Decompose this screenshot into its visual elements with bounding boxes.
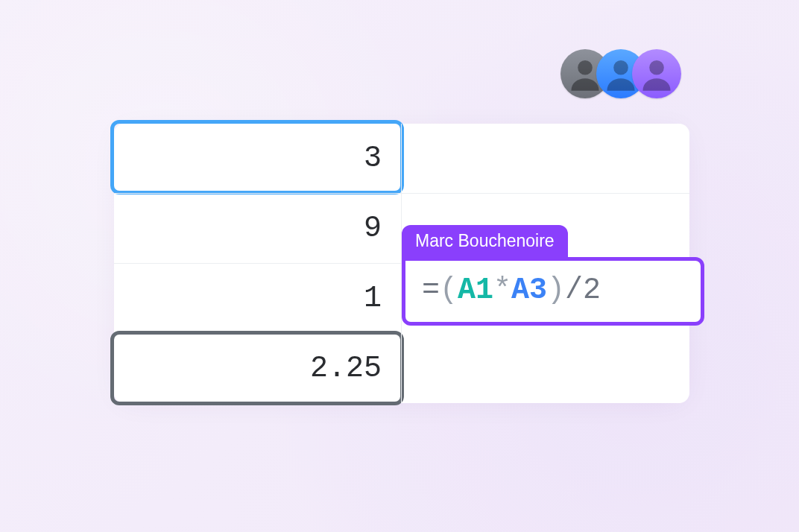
formula-ref-a1: A1 (458, 273, 493, 307)
cell-value: 9 (364, 194, 382, 263)
formula-editor[interactable]: =(A1*A3)/2 (402, 257, 704, 326)
cell-a1[interactable]: 3 (114, 124, 402, 194)
cell-b1[interactable] (402, 124, 689, 194)
svg-point-0 (578, 60, 593, 75)
collaborator-cursor: Marc Bouchenoire =(A1*A3)/2 (402, 225, 704, 326)
presence-stack (560, 49, 681, 98)
collaborator-name-badge: Marc Bouchenoire (402, 225, 568, 258)
svg-point-2 (649, 60, 664, 75)
cell-a3[interactable]: 1 (114, 264, 402, 334)
formula-equals: = (422, 273, 440, 307)
cell-a2[interactable]: 9 (114, 194, 402, 264)
cell-value: 2.25 (310, 333, 382, 403)
avatar-user-3[interactable] (632, 49, 681, 98)
cell-value: 3 (364, 124, 382, 193)
formula-number: 2 (583, 273, 601, 307)
cell-value: 1 (364, 264, 382, 334)
cell-b4[interactable] (402, 333, 689, 403)
formula-lparen: ( (440, 273, 458, 307)
svg-point-1 (613, 60, 628, 75)
cell-a4[interactable]: 2.25 (114, 333, 402, 403)
formula-rparen: ) (547, 273, 565, 307)
formula-mul-op: * (493, 273, 511, 307)
person-icon (632, 49, 681, 98)
formula-ref-a3: A3 (511, 273, 547, 307)
formula-div-op: / (565, 273, 583, 307)
